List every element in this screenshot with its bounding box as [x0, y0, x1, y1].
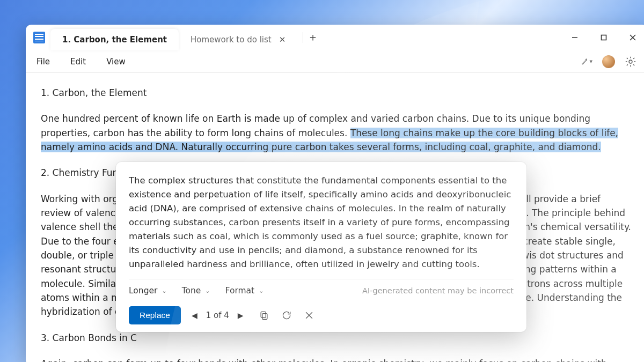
doc-paragraph-3: Again, carbon can form up to four bonds …	[41, 357, 632, 362]
suggestion-pager: ◀ 1 of 4 ▶	[192, 311, 244, 320]
menu-edit[interactable]: Edit	[70, 55, 94, 69]
svg-rect-6	[261, 312, 266, 318]
copy-icon[interactable]	[259, 310, 269, 321]
settings-icon[interactable]	[625, 56, 636, 68]
tab-carbon-element[interactable]: 1. Carbon, the Element	[50, 29, 179, 50]
popup-right-icons	[502, 311, 514, 321]
ai-rewrite-popup: The complex structures that constitute t…	[116, 162, 526, 332]
doc-paragraph-1: One hundred percent of known life on Ear…	[41, 112, 632, 154]
tab-label: Homework to do list	[191, 35, 272, 45]
replace-button[interactable]: Replace	[129, 306, 181, 324]
option-label: Tone	[182, 286, 201, 295]
option-label: Longer	[129, 286, 157, 295]
doc-heading-3: 3. Carbon Bonds in C	[41, 331, 632, 345]
new-tab-button[interactable]: ＋	[303, 32, 322, 43]
prev-suggestion-icon[interactable]: ◀	[192, 311, 197, 320]
chevron-down-icon: ⌄	[205, 287, 210, 294]
next-suggestion-icon[interactable]: ▶	[238, 311, 244, 320]
tab-strip: 1. Carbon, the Element Homework to do li…	[50, 25, 560, 50]
menu-bar-right: ▾	[581, 55, 636, 68]
svg-point-4	[629, 60, 632, 63]
option-format[interactable]: Format ⌄	[225, 286, 264, 295]
ai-disclaimer: AI-generated content may be incorrect	[362, 286, 514, 295]
svg-line-3	[630, 35, 635, 40]
menu-file[interactable]: File	[36, 55, 58, 69]
option-tone[interactable]: Tone ⌄	[182, 286, 210, 295]
popup-action-row: Replace ◀ 1 of 4 ▶	[129, 303, 514, 324]
popup-action-icons	[259, 310, 314, 321]
ai-rewrite-icon[interactable]: ▾	[581, 56, 592, 68]
menu-view[interactable]: View	[106, 55, 134, 69]
tab-label: 1. Carbon, the Element	[62, 35, 167, 45]
maximize-button[interactable]	[589, 25, 618, 50]
doc-heading-1: 1. Carbon, the Element	[41, 86, 632, 100]
svg-rect-5	[262, 314, 267, 320]
chevron-down-icon: ⌄	[259, 287, 264, 294]
tab-homework-list[interactable]: Homework to do list ✕	[179, 29, 299, 50]
chevron-down-icon: ⌄	[162, 287, 166, 294]
option-label: Format	[225, 286, 255, 295]
title-bar: 1. Carbon, the Element Homework to do li…	[26, 25, 644, 50]
dismiss-icon[interactable]	[304, 310, 314, 321]
suggestion-counter: 1 of 4	[206, 311, 229, 320]
ai-suggestion-text: The complex structures that constitute t…	[129, 174, 514, 271]
chevron-down-icon: ▾	[589, 58, 592, 65]
close-window-button[interactable]	[618, 25, 644, 50]
svg-line-2	[630, 35, 635, 40]
minimize-button[interactable]	[560, 25, 589, 50]
paragraph-text: One hundred percent of known life on Ear…	[41, 113, 590, 138]
regenerate-icon[interactable]	[281, 310, 292, 321]
rewrite-options-row: Longer ⌄ Tone ⌄ Format ⌄ AI-generated co…	[129, 279, 514, 295]
svg-rect-1	[602, 35, 606, 40]
menu-bar: File Edit View ▾	[26, 50, 644, 73]
svg-line-8	[306, 313, 312, 319]
option-longer[interactable]: Longer ⌄	[129, 286, 167, 295]
close-tab-icon[interactable]: ✕	[277, 34, 288, 46]
notepad-app-icon	[33, 32, 45, 43]
user-avatar[interactable]	[602, 55, 615, 68]
window-controls	[560, 25, 644, 50]
svg-line-7	[306, 313, 312, 319]
